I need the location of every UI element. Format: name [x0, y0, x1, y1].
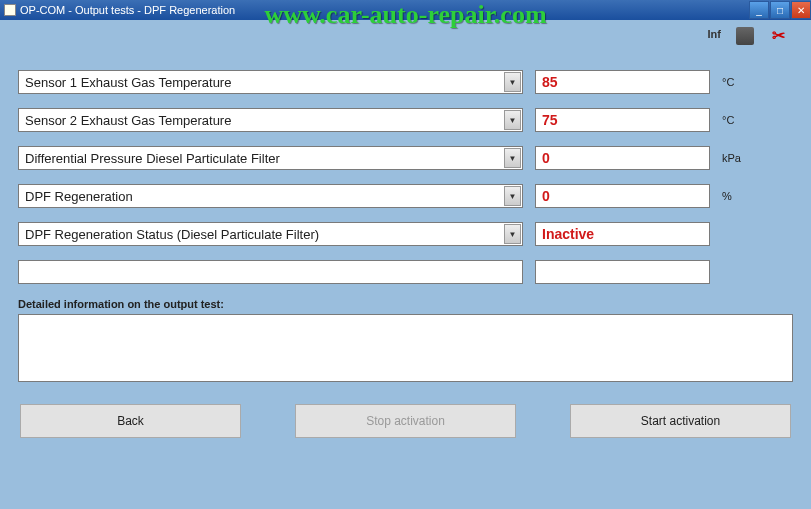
parameter-unit: °C — [722, 76, 762, 88]
print-icon[interactable] — [736, 27, 754, 45]
chevron-down-icon[interactable]: ▼ — [504, 186, 521, 206]
parameter-select[interactable]: Sensor 2 Exhaust Gas Temperature▼ — [18, 108, 523, 132]
parameter-select[interactable]: Sensor 1 Exhaust Gas Temperature▼ — [18, 70, 523, 94]
data-row: Sensor 1 Exhaust Gas Temperature▼85°C — [18, 70, 793, 94]
parameter-unit: °C — [722, 114, 762, 126]
chevron-down-icon[interactable]: ▼ — [504, 148, 521, 168]
parameter-unit: % — [722, 190, 762, 202]
parameter-value: 0 — [535, 184, 710, 208]
parameter-unit: kPa — [722, 152, 762, 164]
back-button[interactable]: Back — [20, 404, 241, 438]
titlebar: OP-COM - Output tests - DPF Regeneration… — [0, 0, 811, 20]
parameter-value: 75 — [535, 108, 710, 132]
data-row: DPF Regeneration▼0% — [18, 184, 793, 208]
parameter-select[interactable]: Differential Pressure Diesel Particulate… — [18, 146, 523, 170]
stop-activation-button[interactable]: Stop activation — [295, 404, 516, 438]
main-panel: Inf ✂ Sensor 1 Exhaust Gas Temperature▼8… — [0, 20, 811, 509]
window-title: OP-COM - Output tests - DPF Regeneration — [20, 4, 235, 16]
chevron-down-icon[interactable]: ▼ — [504, 110, 521, 130]
parameter-select — [18, 260, 523, 284]
start-activation-button[interactable]: Start activation — [570, 404, 791, 438]
data-row: DPF Regeneration Status (Diesel Particul… — [18, 222, 793, 246]
data-row: Differential Pressure Diesel Particulate… — [18, 146, 793, 170]
close-button[interactable]: ✕ — [791, 1, 811, 19]
app-icon — [4, 4, 16, 16]
parameter-value: Inactive — [535, 222, 710, 246]
parameter-value — [535, 260, 710, 284]
chevron-down-icon[interactable]: ▼ — [504, 224, 521, 244]
cut-icon[interactable]: ✂ — [772, 26, 785, 45]
minimize-button[interactable]: _ — [749, 1, 769, 19]
parameter-value: 85 — [535, 70, 710, 94]
data-row — [18, 260, 793, 284]
parameter-value: 0 — [535, 146, 710, 170]
detail-info-label: Detailed information on the output test: — [18, 298, 793, 310]
detail-info-box — [18, 314, 793, 382]
chevron-down-icon[interactable]: ▼ — [504, 72, 521, 92]
parameter-select[interactable]: DPF Regeneration Status (Diesel Particul… — [18, 222, 523, 246]
parameter-select[interactable]: DPF Regeneration▼ — [18, 184, 523, 208]
data-row: Sensor 2 Exhaust Gas Temperature▼75°C — [18, 108, 793, 132]
maximize-button[interactable]: □ — [770, 1, 790, 19]
info-label: Inf — [708, 28, 721, 40]
